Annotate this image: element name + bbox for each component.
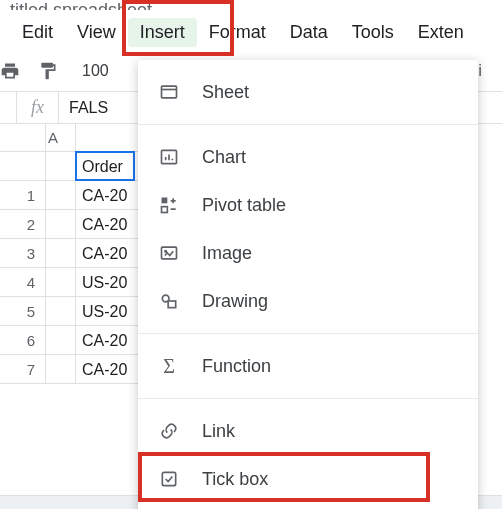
menu-separator — [138, 333, 478, 334]
cell[interactable] — [46, 326, 76, 355]
document-title: titled spreadsheet — [0, 0, 502, 10]
cell[interactable] — [46, 355, 76, 384]
row-header[interactable]: 6 — [0, 326, 46, 355]
svg-rect-8 — [162, 472, 175, 485]
menu-item-chart[interactable]: Chart — [138, 133, 478, 181]
menu-insert[interactable]: Insert — [128, 18, 197, 47]
menu-item-label: Link — [202, 421, 458, 442]
chart-icon — [158, 146, 180, 168]
menu-item-pivot-table[interactable]: Pivot table — [138, 181, 478, 229]
drawing-icon — [158, 290, 180, 312]
menu-item-label: Drawing — [202, 291, 458, 312]
row-header[interactable]: 2 — [0, 210, 46, 239]
svg-rect-2 — [162, 198, 168, 204]
cell[interactable] — [46, 239, 76, 268]
col-header-A[interactable]: A — [46, 124, 76, 152]
row-headers: 1 2 3 4 5 6 7 — [0, 124, 46, 384]
row-header[interactable]: 7 — [0, 355, 46, 384]
cell[interactable] — [46, 297, 76, 326]
svg-rect-7 — [168, 301, 176, 308]
menu-item-label: Image — [202, 243, 458, 264]
function-icon: Σ — [158, 355, 180, 377]
sheet-icon — [158, 81, 180, 103]
menu-data[interactable]: Data — [278, 18, 340, 47]
image-icon — [158, 242, 180, 264]
row-header[interactable]: 3 — [0, 239, 46, 268]
cell[interactable] — [46, 210, 76, 239]
menu-item-drawing[interactable]: Drawing — [138, 277, 478, 325]
menu-item-function[interactable]: Σ Function — [138, 342, 478, 390]
row-header[interactable]: 1 — [0, 181, 46, 210]
menu-item-tick-box[interactable]: Tick box — [138, 455, 478, 503]
row-header[interactable]: 4 — [0, 268, 46, 297]
cell[interactable] — [46, 268, 76, 297]
row-header[interactable]: 5 — [0, 297, 46, 326]
menu-item-label: Tick box — [202, 469, 458, 490]
paint-format-icon[interactable] — [38, 61, 58, 81]
tick-box-icon — [158, 468, 180, 490]
menu-tools[interactable]: Tools — [340, 18, 406, 47]
menu-item-label: Sheet — [202, 82, 458, 103]
formula-value[interactable]: FALS — [59, 99, 118, 117]
svg-rect-0 — [162, 86, 177, 98]
menu-separator — [138, 398, 478, 399]
menu-extensions[interactable]: Exten — [406, 18, 476, 47]
menu-item-image[interactable]: Image — [138, 229, 478, 277]
menu-item-label: Chart — [202, 147, 458, 168]
cell[interactable] — [46, 181, 76, 210]
svg-point-5 — [165, 251, 167, 253]
menubar: Edit View Insert Format Data Tools Exten — [0, 10, 502, 55]
row-header-blank[interactable] — [0, 152, 46, 181]
insert-menu-dropdown: Sheet Chart Pivot table Image Drawing Σ … — [138, 60, 478, 509]
menu-edit[interactable]: Edit — [10, 18, 65, 47]
print-icon[interactable] — [0, 61, 20, 81]
svg-rect-4 — [162, 247, 177, 259]
link-icon — [158, 420, 180, 442]
menu-format[interactable]: Format — [197, 18, 278, 47]
menu-item-link[interactable]: Link — [138, 407, 478, 455]
zoom-value: 100 — [82, 62, 109, 79]
svg-rect-3 — [162, 207, 168, 213]
menu-item-sheet[interactable]: Sheet — [138, 68, 478, 116]
menu-item-label: Function — [202, 356, 458, 377]
menu-separator — [138, 124, 478, 125]
column-A: A — [46, 124, 76, 384]
zoom-level[interactable]: 100 — [82, 62, 109, 80]
cell[interactable] — [46, 152, 76, 181]
menu-view[interactable]: View — [65, 18, 128, 47]
pivot-table-icon — [158, 194, 180, 216]
menu-item-label: Pivot table — [202, 195, 458, 216]
fx-label: fx — [17, 97, 58, 118]
